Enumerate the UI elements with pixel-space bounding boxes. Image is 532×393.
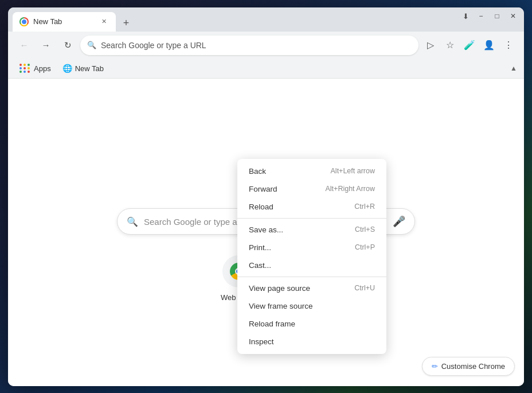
context-menu-view-source[interactable]: View page source Ctrl+U: [237, 279, 386, 297]
customise-label: Customise Chrome: [441, 362, 505, 371]
context-menu-forward[interactable]: Forward Alt+Right Arrow: [237, 180, 386, 198]
context-menu-view-source-label: View page source: [249, 284, 310, 293]
context-menu-cast[interactable]: Cast...: [237, 256, 386, 274]
apps-button[interactable]: Apps: [15, 61, 56, 75]
context-menu-view-frame-source-label: View frame source: [249, 302, 313, 310]
context-menu-inspect[interactable]: Inspect: [237, 333, 386, 351]
apps-dot: [28, 67, 30, 69]
maximize-button[interactable]: □: [493, 12, 501, 20]
apps-dot: [28, 64, 30, 66]
window-controls: ⬇ − □ ✕: [463, 12, 517, 21]
apps-dot: [24, 64, 26, 66]
context-menu-save-as-label: Save as...: [249, 225, 283, 234]
active-tab[interactable]: New Tab ✕: [13, 12, 116, 32]
menu-button[interactable]: ⋮: [500, 37, 517, 54]
context-menu-back-label: Back: [249, 167, 266, 176]
apps-dot: [19, 64, 22, 66]
close-button[interactable]: ✕: [509, 12, 517, 20]
tab-favicon: [19, 17, 29, 26]
context-menu-reload-shortcut: Ctrl+R: [354, 203, 375, 211]
pencil-icon: ✏: [432, 362, 438, 371]
tab-title: New Tab: [33, 17, 94, 26]
address-bar[interactable]: 🔍 Search Google or type a URL: [80, 36, 418, 55]
menu-divider-1: [237, 218, 386, 219]
reload-button[interactable]: ↻: [58, 36, 77, 55]
apps-label: Apps: [34, 64, 51, 73]
mic-icon[interactable]: 🎤: [393, 215, 405, 228]
apps-dot: [24, 71, 26, 73]
search-icon: 🔍: [127, 216, 138, 227]
context-menu-inspect-label: Inspect: [249, 337, 274, 346]
context-menu: Back Alt+Left arrow Forward Alt+Right Ar…: [237, 159, 386, 354]
context-menu-cast-label: Cast...: [249, 261, 271, 270]
apps-dot: [28, 71, 30, 73]
context-menu-back-shortcut: Alt+Left arrow: [331, 167, 375, 175]
send-icon[interactable]: ▷: [422, 37, 439, 54]
back-button[interactable]: ←: [15, 36, 33, 55]
nav-icons-right: ▷ ☆ 🧪 👤 ⋮: [422, 37, 517, 54]
context-menu-print-shortcut: Ctrl+P: [355, 243, 375, 251]
bookmarks-collapse-button[interactable]: ▲: [510, 64, 517, 72]
context-menu-view-source-shortcut: Ctrl+U: [354, 284, 375, 292]
title-bar: New Tab ✕ + ⬇ − □ ✕: [8, 7, 524, 32]
context-menu-print-label: Print...: [249, 243, 271, 252]
profile-button[interactable]: 👤: [480, 37, 498, 54]
bookmarks-bar: Apps 🌐 New Tab ▲: [8, 59, 524, 79]
context-menu-reload-frame-label: Reload frame: [249, 320, 295, 328]
browser-window: New Tab ✕ + ⬇ − □ ✕ ← → ↻ 🔍 Search Googl…: [8, 7, 524, 386]
context-menu-forward-label: Forward: [249, 185, 277, 193]
forward-button[interactable]: →: [37, 36, 55, 55]
context-menu-forward-shortcut: Alt+Right Arrow: [326, 185, 375, 193]
context-menu-print[interactable]: Print... Ctrl+P: [237, 239, 386, 256]
page-content: G 🔍 Search Google or type a URL 🎤 Web St…: [8, 79, 524, 386]
context-menu-reload-frame[interactable]: Reload frame: [237, 315, 386, 333]
apps-dot: [19, 67, 22, 69]
address-text: Search Google or type a URL: [101, 41, 412, 50]
customise-chrome-button[interactable]: ✏ Customise Chrome: [422, 357, 515, 376]
address-search-icon: 🔍: [87, 41, 96, 49]
menu-divider-2: [237, 277, 386, 277]
profile-icon[interactable]: ⬇: [463, 12, 469, 21]
nav-bar: ← → ↻ 🔍 Search Google or type a URL ▷ ☆ …: [8, 32, 524, 59]
context-menu-back[interactable]: Back Alt+Left arrow: [237, 162, 386, 180]
minimize-button[interactable]: −: [477, 12, 485, 20]
context-menu-reload-label: Reload: [249, 203, 273, 211]
context-menu-view-frame-source[interactable]: View frame source: [237, 297, 386, 315]
new-tab-button[interactable]: +: [118, 15, 134, 32]
context-menu-reload[interactable]: Reload Ctrl+R: [237, 198, 386, 216]
context-menu-save-as-shortcut: Ctrl+S: [355, 225, 375, 234]
apps-dot: [19, 71, 22, 73]
bookmark-icon[interactable]: ☆: [441, 37, 459, 54]
extensions-icon[interactable]: 🧪: [461, 37, 478, 54]
new-tab-bookmark-label: New Tab: [75, 64, 104, 73]
new-tab-bookmark[interactable]: 🌐 New Tab: [58, 61, 108, 75]
context-menu-save-as[interactable]: Save as... Ctrl+S: [237, 221, 386, 239]
apps-dot: [24, 67, 26, 69]
apps-grid-icon: [19, 64, 30, 73]
tab-close-button[interactable]: ✕: [99, 17, 109, 27]
